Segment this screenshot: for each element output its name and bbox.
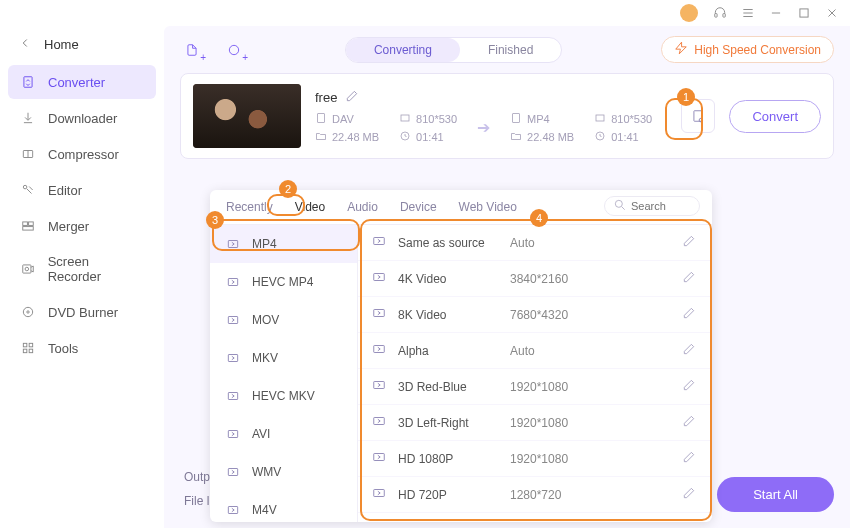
back-home[interactable]: Home bbox=[8, 30, 156, 59]
start-all-button[interactable]: Start All bbox=[717, 477, 834, 512]
format-mp4[interactable]: MP4 bbox=[210, 225, 357, 263]
video-thumbnail[interactable] bbox=[193, 84, 301, 148]
format-search[interactable] bbox=[604, 196, 700, 216]
svg-rect-45 bbox=[228, 393, 237, 400]
popup-tab-web-video[interactable]: Web Video bbox=[457, 198, 519, 216]
add-file-button[interactable]: + bbox=[180, 39, 204, 61]
svg-rect-49 bbox=[374, 238, 385, 245]
edit-icon[interactable] bbox=[682, 378, 698, 395]
resolution-hd-1080p[interactable]: HD 1080P1920*1080 bbox=[358, 441, 712, 477]
hsc-label: High Speed Conversion bbox=[694, 43, 821, 57]
format-hevc-mp4[interactable]: HEVC MP4 bbox=[210, 263, 357, 301]
tab-finished[interactable]: Finished bbox=[460, 38, 561, 62]
main-panel: + + Converting Finished High Speed Conve… bbox=[164, 26, 850, 528]
video-icon bbox=[372, 306, 388, 323]
svg-rect-24 bbox=[29, 343, 33, 347]
svg-rect-34 bbox=[513, 113, 520, 122]
sidebar-item-dvd-burner[interactable]: DVD Burner bbox=[8, 295, 156, 329]
svg-rect-47 bbox=[228, 469, 237, 476]
popup-tab-device[interactable]: Device bbox=[398, 198, 439, 216]
format-icon bbox=[224, 235, 242, 253]
edit-icon[interactable] bbox=[682, 450, 698, 467]
close-icon[interactable] bbox=[824, 5, 840, 21]
sidebar-item-screen-recorder[interactable]: Screen Recorder bbox=[8, 245, 156, 293]
sidebar-item-compressor[interactable]: Compressor bbox=[8, 137, 156, 171]
sidebar-item-tools[interactable]: Tools bbox=[8, 331, 156, 365]
resolution-3d-left-right[interactable]: 3D Left-Right1920*1080 bbox=[358, 405, 712, 441]
resolution-value: 7680*4320 bbox=[510, 308, 672, 322]
top-toolbar: + + Converting Finished High Speed Conve… bbox=[180, 36, 834, 63]
format-mkv[interactable]: MKV bbox=[210, 339, 357, 377]
back-label: Home bbox=[44, 37, 79, 52]
high-speed-toggle[interactable]: High Speed Conversion bbox=[661, 36, 834, 63]
svg-rect-18 bbox=[23, 227, 34, 231]
popup-tab-recently[interactable]: Recently bbox=[224, 198, 275, 216]
resolution-label: Alpha bbox=[398, 344, 500, 358]
editor-icon bbox=[20, 182, 36, 198]
avatar[interactable] bbox=[680, 4, 698, 22]
menu-icon[interactable] bbox=[740, 5, 756, 21]
rename-icon[interactable] bbox=[345, 89, 359, 106]
resolution-label: 3D Red-Blue bbox=[398, 380, 500, 394]
clock-icon bbox=[399, 130, 411, 144]
src-size: 22.48 MB bbox=[332, 131, 379, 143]
headset-icon[interactable] bbox=[712, 5, 728, 21]
resolution-same-as-source[interactable]: Same as sourceAuto bbox=[358, 225, 712, 261]
converter-icon bbox=[20, 74, 36, 90]
tab-converting[interactable]: Converting bbox=[346, 38, 460, 62]
add-folder-button[interactable]: + bbox=[222, 39, 246, 61]
dst-dim: 810*530 bbox=[611, 113, 652, 125]
resolution-label: 4K Video bbox=[398, 272, 500, 286]
edit-icon[interactable] bbox=[682, 342, 698, 359]
edit-icon[interactable] bbox=[682, 414, 698, 431]
resolution-label: HD 1080P bbox=[398, 452, 500, 466]
sidebar-item-label: Downloader bbox=[48, 111, 117, 126]
format-wmv[interactable]: WMV bbox=[210, 453, 357, 491]
svg-rect-1 bbox=[723, 14, 725, 17]
sidebar-item-downloader[interactable]: Downloader bbox=[8, 101, 156, 135]
resolution-label: 3D Left-Right bbox=[398, 416, 500, 430]
bolt-icon bbox=[674, 41, 688, 58]
maximize-icon[interactable] bbox=[796, 5, 812, 21]
resolution-3d-red-blue[interactable]: 3D Red-Blue1920*1080 bbox=[358, 369, 712, 405]
resolution-label: Same as source bbox=[398, 236, 500, 250]
resolution-8k-video[interactable]: 8K Video7680*4320 bbox=[358, 297, 712, 333]
svg-rect-44 bbox=[228, 355, 237, 362]
format-hevc-mkv[interactable]: HEVC MKV bbox=[210, 377, 357, 415]
sidebar-item-converter[interactable]: Converter bbox=[8, 65, 156, 99]
format-mov[interactable]: MOV bbox=[210, 301, 357, 339]
format-label: M4V bbox=[252, 503, 277, 517]
edit-icon[interactable] bbox=[682, 486, 698, 503]
sidebar-item-label: Merger bbox=[48, 219, 89, 234]
svg-rect-35 bbox=[596, 115, 604, 121]
svg-rect-51 bbox=[374, 310, 385, 317]
dst-format: MP4 bbox=[527, 113, 550, 125]
folder-icon bbox=[510, 130, 522, 144]
sidebar-item-editor[interactable]: Editor bbox=[8, 173, 156, 207]
popup-tab-video[interactable]: Video bbox=[293, 198, 327, 216]
search-icon bbox=[613, 198, 627, 215]
resolution-value: Auto bbox=[510, 236, 672, 250]
folder-icon bbox=[315, 130, 327, 144]
minimize-icon[interactable] bbox=[768, 5, 784, 21]
edit-icon[interactable] bbox=[682, 270, 698, 287]
dst-dur: 01:41 bbox=[611, 131, 639, 143]
file-icon bbox=[315, 112, 327, 126]
resolution-4k-video[interactable]: 4K Video3840*2160 bbox=[358, 261, 712, 297]
format-icon bbox=[224, 425, 242, 443]
output-settings-button[interactable] bbox=[681, 99, 715, 133]
edit-icon[interactable] bbox=[682, 234, 698, 251]
format-m4v[interactable]: M4V bbox=[210, 491, 357, 522]
popup-tab-audio[interactable]: Audio bbox=[345, 198, 380, 216]
format-avi[interactable]: AVI bbox=[210, 415, 357, 453]
video-icon bbox=[372, 450, 388, 467]
edit-icon[interactable] bbox=[682, 306, 698, 323]
convert-button[interactable]: Convert bbox=[729, 100, 821, 133]
resolution-hd-720p[interactable]: HD 720P1280*720 bbox=[358, 477, 712, 513]
resolution-alpha[interactable]: AlphaAuto bbox=[358, 333, 712, 369]
search-input[interactable] bbox=[631, 200, 691, 212]
format-label: MOV bbox=[252, 313, 279, 327]
sidebar-item-merger[interactable]: Merger bbox=[8, 209, 156, 243]
tools-icon bbox=[20, 340, 36, 356]
resolution-list: Same as sourceAuto4K Video3840*21608K Vi… bbox=[358, 225, 712, 522]
